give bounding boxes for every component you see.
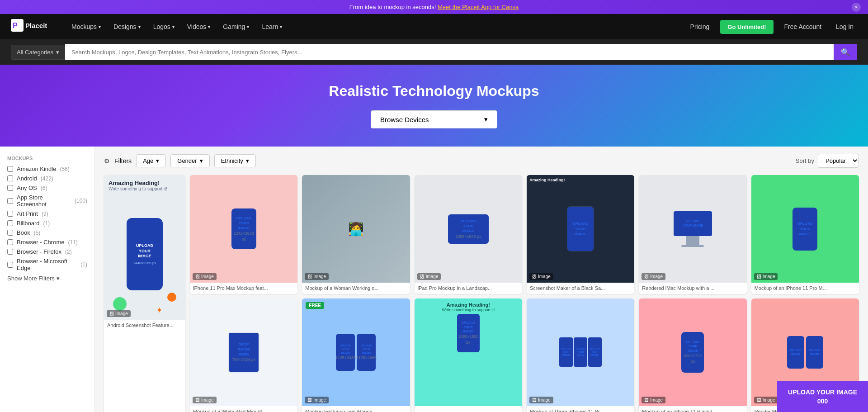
main-content: ⚙ Filters Age ▾ Gender ▾ Ethnicity ▾ Sor… <box>95 147 868 412</box>
sort-select[interactable]: Popular Newest Oldest <box>818 154 859 168</box>
svg-text:Placeit: Placeit <box>25 22 47 29</box>
browser-firefox-checkbox[interactable] <box>7 249 13 255</box>
mockup-card[interactable]: DROPIMAGEHERE768×1024 px 🖼Image Mockup o… <box>190 298 297 412</box>
content-area: Mockups Amazon Kindle (56) Android (422)… <box>0 147 868 412</box>
ethnicity-filter-button[interactable]: Ethnicity ▾ <box>214 154 256 167</box>
card-title: iPad Pro Mockup in a Landscap... <box>415 283 522 294</box>
nav-designs[interactable]: Designs ▾ <box>109 14 145 39</box>
card-title: Mockup of a Woman Working o... <box>302 283 410 294</box>
image-label: 🖼Image <box>305 273 329 280</box>
chevron-down-icon: ▾ <box>246 157 249 164</box>
card-title: iPhone 11 Pro Max Mockup feat... <box>190 283 297 294</box>
sidebar-item-amazon-kindle[interactable]: Amazon Kindle (56) <box>7 166 87 172</box>
hero-title: Realistic Technology Mockups <box>11 83 857 99</box>
nav-gaming[interactable]: Gaming ▾ <box>218 14 254 39</box>
browse-devices-dropdown[interactable]: Browse Devices ▾ <box>371 110 497 128</box>
sidebar-item-billboard[interactable]: Billboard (1) <box>7 220 87 227</box>
card-title: Rendered iMac Mockup with a ... <box>639 283 746 294</box>
sidebar-item-app-store[interactable]: App Store Screenshot (100) <box>7 194 87 208</box>
chevron-down-icon: ▾ <box>208 24 210 29</box>
mockup-card[interactable]: UPLOADYOURIMAGE828×1792 px 🖼Image Mockup… <box>639 298 746 412</box>
mockup-card[interactable]: 👩‍💻 🖼Image Mockup of a Woman Working o..… <box>302 175 410 294</box>
browser-edge-checkbox[interactable] <box>7 262 13 268</box>
android-checkbox[interactable] <box>7 175 13 181</box>
image-label: 🖼Image <box>642 397 665 403</box>
image-label: 🖼Image <box>529 397 553 403</box>
image-label: 🖼Image <box>642 273 665 280</box>
chevron-down-icon: ▾ <box>172 24 175 29</box>
card-title: Mockup of an iPhone 11 Pro M... <box>751 283 859 294</box>
image-label: 🖼Image <box>107 310 131 317</box>
chevron-down-icon: ▾ <box>200 157 203 164</box>
mockup-card[interactable]: Amazing Heading! Write something to supp… <box>415 298 522 412</box>
banner-link[interactable]: Meet the Placeit App for Canva <box>438 4 519 10</box>
mockup-card[interactable]: UPLOADYOURIMAGE 🖼Image Mockup of an iPho… <box>751 175 859 294</box>
chevron-down-icon: ▾ <box>484 115 488 123</box>
nav-learn[interactable]: Learn ▾ <box>257 14 287 39</box>
book-checkbox[interactable] <box>7 230 13 236</box>
image-label: 🖼Image <box>305 397 329 403</box>
hero-section: Realistic Technology Mockups Browse Devi… <box>0 65 868 147</box>
mockup-card[interactable]: UPLOADYOURIMAGE Amazing Heading! 🖼Image … <box>527 175 634 294</box>
sidebar: Mockups Amazon Kindle (56) Android (422)… <box>0 147 95 412</box>
mockup-card[interactable]: UPLOADYOURIMAGE1125×2436 UPLOADYOURIMAGE… <box>302 298 410 412</box>
sidebar-item-any-os[interactable]: Any OS (6) <box>7 185 87 191</box>
sidebar-item-browser-edge[interactable]: Browser - Microsoft Edge (1) <box>7 258 87 271</box>
image-label: 🖼Image <box>754 397 778 403</box>
mockup-card[interactable]: UPLOADYOUR IMAGE 🖼Image Rendered iMac Mo… <box>639 175 746 294</box>
nav-videos[interactable]: Videos ▾ <box>183 14 215 39</box>
image-label: 🖼Image <box>417 273 441 280</box>
top-banner: From idea to mockup in seconds! Meet the… <box>0 0 868 14</box>
upload-floating-button[interactable]: UPLOAD YOUR IMAGE 000 <box>777 381 868 412</box>
mockup-card[interactable]: UPLOADYOURIMAGE1242×2688 px 🖼Image iPhon… <box>190 175 297 294</box>
pricing-link[interactable]: Pricing <box>683 23 717 30</box>
search-button[interactable]: 🔍 <box>834 44 857 60</box>
card-title: Mockup Featuring Two iPhone ... <box>302 406 410 412</box>
show-more-filters-button[interactable]: Show More Filters ▾ <box>7 275 87 282</box>
age-filter-button[interactable]: Age ▾ <box>136 154 166 167</box>
card-title: Mockup of an iPhone 11 Placed... <box>639 406 746 412</box>
sort-label: Sort by <box>796 157 814 164</box>
nav-logos[interactable]: Logos ▾ <box>149 14 179 39</box>
amazon-kindle-checkbox[interactable] <box>7 166 13 172</box>
sort-area: Sort by Popular Newest Oldest <box>796 154 859 168</box>
app-store-checkbox[interactable] <box>7 198 13 204</box>
card-title <box>415 406 522 411</box>
mockup-card[interactable]: UPLOADYOURIMAGE UPLOADYOURIMAGE UPLOADYO… <box>527 298 634 412</box>
browser-chrome-checkbox[interactable] <box>7 239 13 245</box>
chevron-down-icon: ▾ <box>99 24 101 29</box>
card-title: Android Screenshot Feature... <box>104 320 185 331</box>
nav-mockups[interactable]: Mockups ▾ <box>67 14 105 39</box>
search-bar: All Categories ▾ 🔍 <box>0 39 868 65</box>
sidebar-item-art-print[interactable]: Art Print (9) <box>7 210 87 217</box>
sidebar-item-android[interactable]: Android (422) <box>7 175 87 182</box>
image-label: 🖼Image <box>754 273 778 280</box>
logo[interactable]: P Placeit <box>11 19 56 34</box>
featured-card[interactable]: Amazing Heading! Write something to supp… <box>104 175 185 412</box>
sidebar-item-browser-firefox[interactable]: Browser - Firefox (2) <box>7 248 87 255</box>
main-nav: P Placeit Mockups ▾ Designs ▾ Logos ▾ Vi… <box>0 14 868 39</box>
chevron-down-icon: ▾ <box>138 24 141 29</box>
sidebar-item-book[interactable]: Book (5) <box>7 229 87 236</box>
card-title: Screenshot Maker of a Black Sa... <box>527 283 634 294</box>
any-os-checkbox[interactable] <box>7 185 13 191</box>
sidebar-item-browser-chrome[interactable]: Browser - Chrome (11) <box>7 239 87 246</box>
category-dropdown[interactable]: All Categories ▾ <box>11 45 65 60</box>
art-print-checkbox[interactable] <box>7 211 13 217</box>
svg-text:P: P <box>13 22 18 29</box>
chevron-down-icon: ▾ <box>56 49 59 56</box>
logo-text: P Placeit <box>11 19 56 34</box>
search-input[interactable] <box>65 45 834 59</box>
go-unlimited-button[interactable]: Go Unlimited! <box>720 20 773 34</box>
close-banner-button[interactable]: × <box>852 3 861 12</box>
free-account-link[interactable]: Free Account <box>777 23 829 30</box>
chevron-down-icon: ▾ <box>156 157 159 164</box>
billboard-checkbox[interactable] <box>7 220 13 226</box>
sidebar-section-title: Mockups <box>7 156 87 161</box>
search-input-wrap: 🔍 <box>65 44 857 60</box>
mockup-card[interactable]: UPLOADYOURIMAGE2388×1668 px 🖼Image iPad … <box>415 175 522 294</box>
gender-filter-button[interactable]: Gender ▾ <box>170 154 209 167</box>
login-link[interactable]: Log In <box>832 23 857 30</box>
card-title: Mockup of a White iPad Mini Pl... <box>190 406 297 412</box>
filters-label: Filters <box>114 157 132 165</box>
